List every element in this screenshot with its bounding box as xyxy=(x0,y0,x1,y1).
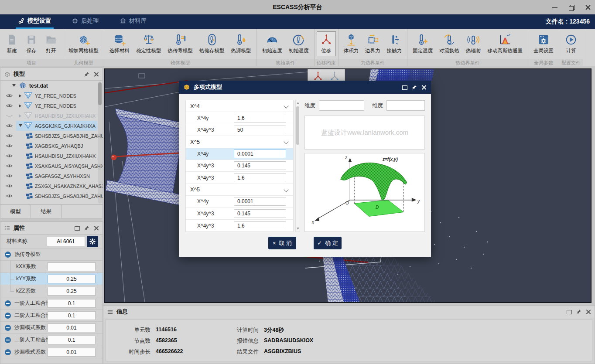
property-row[interactable]: 沙漏模式系数 xyxy=(0,346,103,358)
expand-arrow-icon[interactable] xyxy=(19,124,22,127)
eye-icon[interactable] xyxy=(6,153,13,160)
eye-icon[interactable] xyxy=(6,122,13,130)
eye-icon[interactable] xyxy=(6,163,13,170)
displacement-button[interactable]: 位移 xyxy=(317,31,336,56)
property-row[interactable]: 二阶人工粘合性 xyxy=(0,334,103,346)
material-settings-button[interactable] xyxy=(87,236,98,247)
tree-item[interactable]: XAGBSXG_AYHAQBJ xyxy=(0,141,103,151)
term-value-input[interactable] xyxy=(234,161,286,170)
collapse-minus-icon[interactable] xyxy=(5,337,11,343)
property-row-selected[interactable]: kYY系数 xyxy=(0,273,103,285)
term-value-input[interactable] xyxy=(234,114,286,122)
moving-gauss-flux-button[interactable]: 移动高斯热通量 xyxy=(485,31,526,56)
tree-item[interactable]: HSAUHDISU_JZXIUXHAHX xyxy=(0,151,103,161)
collapse-minus-icon[interactable] xyxy=(5,300,11,306)
eye-icon[interactable] xyxy=(6,193,13,200)
select-material-button[interactable]: 选择材料 xyxy=(106,31,133,56)
tree-item[interactable]: SDHSBJZS_GHSABJHB_ZAHU xyxy=(0,131,103,141)
eye-icon[interactable] xyxy=(6,143,13,150)
tree-item[interactable]: SAGFASGZ_ASYHHXSN xyxy=(0,171,103,181)
compute-button[interactable]: 计算 xyxy=(561,31,581,56)
term-value-input[interactable] xyxy=(234,173,286,182)
tab-model[interactable]: 模型 xyxy=(0,205,31,218)
property-row[interactable]: 二阶人工粘合性 xyxy=(0,310,103,322)
eye-closed-icon[interactable] xyxy=(6,112,13,120)
maximize-icon[interactable] xyxy=(566,309,572,315)
property-row[interactable]: kXX系数 xyxy=(0,261,103,273)
volume-force-button[interactable]: 体积力 xyxy=(341,31,362,56)
contact-force-button[interactable]: 接触力 xyxy=(384,31,405,56)
tree-item-selected[interactable]: AGSGKJKG_GJHXAJKHXA xyxy=(0,121,103,131)
initial-velocity-button[interactable]: 初始速度 xyxy=(259,31,285,56)
tree-item[interactable]: SDHSBJZS_GHSABJHB_ZAHU xyxy=(0,191,103,201)
close-icon[interactable] xyxy=(93,225,99,231)
collapse-arrow-icon[interactable] xyxy=(19,94,21,98)
property-input[interactable] xyxy=(48,299,96,308)
close-icon[interactable] xyxy=(421,85,427,90)
property-input[interactable] xyxy=(48,311,96,320)
tab-model-settings[interactable]: 模型设置 xyxy=(16,14,54,29)
scroll-up-icon[interactable] xyxy=(297,102,299,104)
fixed-temperature-button[interactable]: 固定温度 xyxy=(410,31,436,56)
eye-icon[interactable] xyxy=(6,173,13,180)
term-value-input[interactable] xyxy=(234,209,286,218)
collapse-arrow-icon[interactable] xyxy=(19,114,21,118)
dialog-scrollbar[interactable] xyxy=(295,100,300,232)
global-settings-button[interactable]: 全局设置 xyxy=(530,31,557,56)
initial-temperature-button[interactable]: 初始温度 xyxy=(286,31,312,56)
radiation-button[interactable]: 热辐射 xyxy=(463,31,484,56)
term-value-input[interactable] xyxy=(234,197,286,206)
boundary-force-button[interactable]: 边界力 xyxy=(362,31,383,56)
property-input[interactable] xyxy=(48,348,96,357)
eye-icon[interactable] xyxy=(6,102,13,110)
dimension-input-1[interactable] xyxy=(319,100,364,111)
collapse-minus-icon[interactable] xyxy=(5,313,11,319)
pin-icon[interactable] xyxy=(84,71,89,77)
tree-item[interactable]: YZ_FREE_NODES xyxy=(0,101,103,111)
convection-button[interactable]: 对流换热 xyxy=(436,31,462,56)
scroll-down-icon[interactable] xyxy=(297,228,299,230)
term-section-header[interactable]: X^5 xyxy=(186,184,293,196)
tree-item-hidden[interactable]: HSAUHDISU_JZXIUXHAHX xyxy=(0,111,103,121)
close-icon[interactable] xyxy=(585,4,592,11)
tab-results[interactable]: 结果 xyxy=(31,205,62,218)
expand-arrow-icon[interactable] xyxy=(12,84,16,87)
property-row[interactable]: kZZ系数 xyxy=(0,285,103,297)
cancel-button[interactable]: × 取 消 xyxy=(268,237,296,249)
scroll-thumb[interactable] xyxy=(296,106,299,145)
add-mesh-model-button[interactable]: 增加网格模型 xyxy=(65,31,102,56)
property-input[interactable] xyxy=(48,323,96,332)
new-button[interactable]: 新建 xyxy=(2,31,21,56)
tab-post-processing[interactable]: 后处理 xyxy=(69,14,102,29)
tree-item[interactable]: ZSXGX_HSAKAZNZXK_AHASX xyxy=(0,181,103,191)
eye-icon[interactable] xyxy=(6,92,13,100)
collapse-arrow-icon[interactable] xyxy=(19,104,21,108)
tree-item[interactable]: YZ_FREE_NODES xyxy=(0,91,103,101)
collapse-minus-icon[interactable] xyxy=(5,349,11,355)
property-row[interactable]: 一阶人工粘合性 xyxy=(0,297,103,310)
term-value-input[interactable] xyxy=(234,150,286,158)
property-section-row[interactable]: 热传导模型 xyxy=(0,248,103,261)
dialog-title-bar[interactable]: 多项式模型 xyxy=(179,81,431,94)
ok-button[interactable]: ✓ 确 定 xyxy=(314,237,342,249)
pin-icon[interactable] xyxy=(84,225,89,231)
term-value-input[interactable] xyxy=(234,221,286,230)
open-button[interactable]: 打开 xyxy=(41,31,61,56)
kzz-input[interactable] xyxy=(48,287,96,296)
kxx-input[interactable] xyxy=(48,262,96,271)
collapse-minus-icon[interactable] xyxy=(5,252,11,258)
tab-material-library[interactable]: 材料库 xyxy=(117,14,150,29)
heat-storage-model-button[interactable]: 热储存模型 xyxy=(196,31,228,56)
collapse-minus-icon[interactable] xyxy=(5,325,11,331)
restore-icon[interactable] xyxy=(568,4,575,11)
stability-model-button[interactable]: 稳定性模型 xyxy=(133,31,164,56)
material-name-input[interactable] xyxy=(47,237,85,246)
maximize-icon[interactable] xyxy=(74,225,80,231)
kyy-input[interactable] xyxy=(48,275,96,283)
property-input[interactable] xyxy=(48,336,96,344)
dimension-input-2[interactable] xyxy=(386,100,425,111)
pin-icon[interactable] xyxy=(576,309,581,315)
property-row[interactable]: 沙漏模式系数 xyxy=(0,322,103,334)
minimize-icon[interactable] xyxy=(551,4,558,11)
heat-source-model-button[interactable]: 热源模型 xyxy=(228,31,254,56)
